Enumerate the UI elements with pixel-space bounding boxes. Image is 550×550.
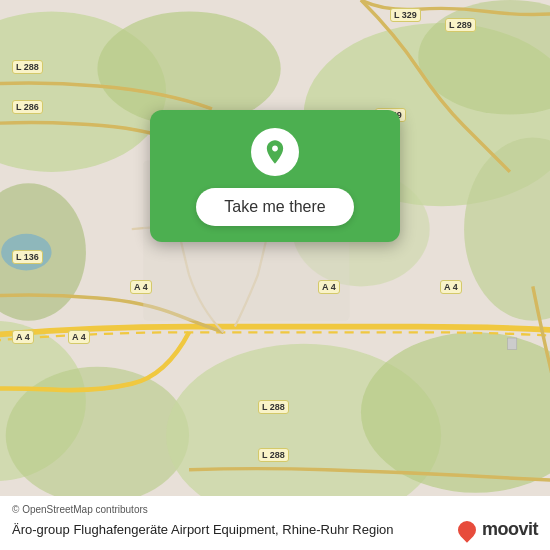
location-info: Äro-group Flughafengeräte Airport Equipm… <box>12 519 538 540</box>
road-label-l288b: L 288 <box>258 400 289 414</box>
moovit-logo: moovit <box>458 519 538 540</box>
road-label-a4d: A 4 <box>12 330 34 344</box>
svg-rect-13 <box>508 338 517 349</box>
map-attribution: © OpenStreetMap contributors <box>12 504 538 515</box>
road-label-a4b: A 4 <box>318 280 340 294</box>
map-container: L 329 L 289 L 288 L 286 L 289 L 136 A 4 … <box>0 0 550 550</box>
road-label-l136: L 136 <box>12 250 43 264</box>
location-name: Äro-group Flughafengeräte Airport Equipm… <box>12 522 448 537</box>
svg-point-2 <box>97 11 280 126</box>
location-card: Take me there <box>150 110 400 242</box>
moovit-dot-icon <box>454 517 479 542</box>
road-label-a4c: A 4 <box>440 280 462 294</box>
road-label-a4e: A 4 <box>68 330 90 344</box>
bottom-bar: © OpenStreetMap contributors Äro-group F… <box>0 496 550 550</box>
moovit-text: moovit <box>482 519 538 540</box>
road-label-l329: L 329 <box>390 8 421 22</box>
road-label-l288a: L 288 <box>12 60 43 74</box>
road-label-l288c: L 288 <box>258 448 289 462</box>
road-label-l286: L 286 <box>12 100 43 114</box>
map-background <box>0 0 550 550</box>
pin-icon <box>251 128 299 176</box>
road-label-a4a: A 4 <box>130 280 152 294</box>
road-label-l289a: L 289 <box>445 18 476 32</box>
take-me-there-button[interactable]: Take me there <box>196 188 353 226</box>
